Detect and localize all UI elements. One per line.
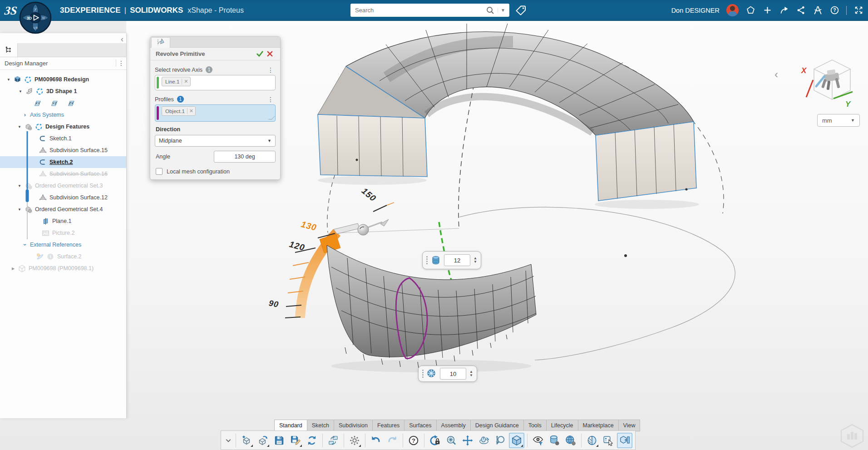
units-dropdown[interactable]: mm ▼ — [817, 114, 860, 127]
tree-item-3d-shape-1[interactable]: ▼3D Shape 1 — [0, 85, 126, 97]
tab-subdivision[interactable]: Subdivision — [334, 420, 372, 431]
tab-tools[interactable]: Tools — [523, 420, 546, 431]
plane-xy-icon[interactable]: XY — [34, 99, 41, 107]
expand-arrow-icon[interactable]: ▼ — [17, 208, 22, 212]
collapsed-arrow-icon[interactable]: ▶ — [11, 267, 15, 271]
expand-arrow-icon[interactable]: ▼ — [17, 184, 22, 188]
close-button[interactable] — [265, 49, 275, 59]
transfer-button[interactable] — [326, 433, 341, 448]
chip-remove-icon[interactable]: ✕ — [182, 79, 188, 84]
forward-icon[interactable] — [779, 5, 789, 15]
tab-features[interactable]: Features — [372, 420, 404, 431]
tree-item-design-features[interactable]: ▼Design Features — [0, 121, 126, 133]
chevron-down-icon[interactable] — [224, 433, 233, 448]
tree-item-picture-2[interactable]: Picture.2 — [0, 227, 126, 239]
mesh-settings-button[interactable] — [563, 433, 578, 448]
tag-icon[interactable] — [515, 4, 527, 16]
search-scope-chevron-icon[interactable]: ▼ — [498, 8, 509, 13]
open-part-button[interactable] — [255, 433, 271, 448]
tree-item-plane-1[interactable]: Plane.1 — [0, 215, 126, 227]
tree-item-pm009698-redesign[interactable]: ▼PM009698 Redesign — [0, 74, 126, 85]
tree-item-ordered-geometrical-set-3[interactable]: ▼Ordered Geometrical Set.3 — [0, 180, 126, 192]
redo-button[interactable] — [385, 433, 400, 448]
tree-item-external-references[interactable]: ›External References — [0, 239, 126, 251]
tree-item-sketch-2[interactable]: Sketch.2 — [0, 156, 126, 168]
tab-view[interactable]: View — [618, 420, 641, 431]
save-button[interactable] — [271, 433, 287, 448]
profiles-options-kebab-icon[interactable]: ⋮ — [266, 96, 276, 103]
new-part-button[interactable] — [239, 433, 254, 448]
help-button[interactable]: ? — [406, 433, 421, 448]
pan-button[interactable] — [460, 433, 475, 448]
user-name[interactable]: Don DESIGNER — [671, 7, 720, 14]
axis-options-kebab-icon[interactable]: ⋮ — [266, 66, 276, 74]
tree-item-subdivision-surface-16[interactable]: Subdivision Surface.16 — [0, 168, 126, 180]
right-panel-collapse-chevron[interactable]: ‹ — [774, 68, 778, 81]
search-input[interactable] — [350, 7, 486, 14]
tab-surfaces[interactable]: Surfaces — [404, 420, 436, 431]
segments-v-input[interactable] — [440, 368, 466, 380]
settings-button[interactable] — [347, 433, 362, 448]
plane-zx-icon[interactable]: ZX — [67, 99, 75, 107]
undo-button[interactable] — [368, 433, 384, 448]
search-bar[interactable]: ▼ — [350, 4, 509, 17]
direction-dropdown[interactable]: Midplane ▼ — [155, 135, 276, 147]
segments-v-stepper[interactable]: ▲▼ — [469, 370, 473, 377]
select-panel-button[interactable] — [601, 433, 616, 448]
tree-item-subdivision-surface-12[interactable]: Subdivision Surface.12 — [0, 192, 126, 203]
tab-revolve-primitive[interactable] — [151, 37, 170, 48]
zoom-fit-button[interactable] — [444, 433, 459, 448]
sync-button[interactable] — [304, 433, 320, 448]
axis-chip[interactable]: Line.1 ✕ — [162, 77, 191, 86]
tab-lifecycle[interactable]: Lifecycle — [546, 420, 578, 431]
panel-menu-kebab-icon[interactable]: ⋮ — [116, 59, 126, 67]
profiles-chip[interactable]: Object.1 ✕ — [162, 106, 196, 116]
tree-item-axis-systems[interactable]: ›Axis Systems — [0, 109, 126, 121]
tab-standard[interactable]: Standard — [274, 420, 307, 431]
share-icon[interactable] — [796, 5, 806, 15]
save-as-button[interactable] — [288, 433, 303, 448]
local-mesh-checkbox[interactable] — [156, 168, 163, 175]
expand-arrow-icon[interactable]: ▼ — [18, 89, 23, 94]
tree-item-reference-planes[interactable]: XYYZZX — [0, 97, 126, 109]
viewport-canvas[interactable] — [0, 0, 868, 450]
revolve-sections-value-box[interactable]: ▲▼ — [418, 366, 477, 382]
segments-value-box[interactable]: ▲▼ — [422, 251, 481, 269]
expand-arrow-icon[interactable]: ▼ — [6, 78, 11, 82]
chevron-down-icon[interactable]: › — [23, 242, 27, 247]
view-cube-button[interactable] — [509, 433, 524, 448]
add-icon[interactable] — [762, 5, 772, 15]
badge-icon[interactable] — [745, 5, 755, 15]
tab-marketplace[interactable]: Marketplace — [578, 420, 618, 431]
orbit-button[interactable] — [476, 433, 492, 448]
apps-icon[interactable] — [813, 5, 823, 15]
tree-item-pm009698-pm009698-1[interactable]: ▶PM009698 (PM009698.1) — [0, 262, 126, 274]
tab-sketch[interactable]: Sketch — [307, 420, 334, 431]
axis-selection-field[interactable]: Line.1 ✕ — [155, 75, 276, 90]
tab-design-guidance[interactable]: Design Guidance — [470, 420, 523, 431]
avatar[interactable] — [726, 4, 739, 16]
drag-handle-icon[interactable] — [422, 370, 424, 378]
tab-assembly[interactable]: Assembly — [436, 420, 470, 431]
zoom-button[interactable] — [493, 433, 508, 448]
section-button[interactable] — [584, 433, 600, 448]
fullscreen-icon[interactable] — [853, 5, 863, 15]
render-style-button[interactable] — [547, 433, 562, 448]
chevron-right-icon[interactable]: › — [23, 113, 27, 117]
plane-yz-icon[interactable]: YZ — [50, 99, 58, 107]
tree-item-surface-2[interactable]: !iSurface.2 — [0, 251, 126, 262]
profiles-selection-field[interactable]: Object.1 ✕ — [155, 104, 276, 122]
segments-u-stepper[interactable]: ▲▼ — [473, 257, 477, 264]
search-icon[interactable] — [486, 6, 495, 15]
drag-handle-icon[interactable] — [426, 256, 428, 264]
resize-handle-icon[interactable] — [268, 116, 275, 120]
visibility-filter-button[interactable] — [530, 433, 546, 448]
tree-item-sketch-1[interactable]: Sketch.1 — [0, 133, 126, 144]
segments-u-input[interactable] — [444, 254, 470, 266]
dock-panel-button[interactable] — [617, 433, 632, 448]
chip-remove-icon[interactable]: ✕ — [187, 108, 193, 114]
expand-arrow-icon[interactable]: ▼ — [17, 125, 22, 129]
tree-item-subdivision-surface-15[interactable]: Subdivision Surface.15 — [0, 144, 126, 156]
tree-item-ordered-geometrical-set-4[interactable]: ▼Ordered Geometrical Set.4 — [0, 203, 126, 215]
angle-input[interactable] — [214, 151, 276, 163]
